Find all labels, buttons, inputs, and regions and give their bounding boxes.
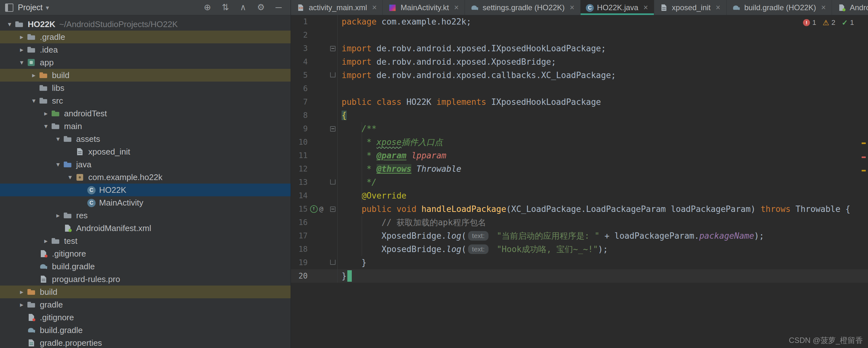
chevron-right-icon[interactable]: ▸ — [41, 237, 51, 245]
code-line-20[interactable]: 20} — [291, 269, 868, 283]
tree-item-gradle-properties[interactable]: gradle.properties — [0, 337, 290, 348]
editor-tab-androidmanifest-xml[interactable]: AndroidManifest.xml× — [832, 0, 868, 15]
tree-item-proguard-rules-pro[interactable]: proguard-rules.pro — [0, 273, 290, 286]
tree-item-build[interactable]: ▸build — [0, 286, 290, 298]
chevron-right-icon[interactable]: ▸ — [41, 109, 51, 117]
fold-marker-icon[interactable] — [329, 176, 337, 189]
close-tab-icon[interactable]: × — [454, 3, 459, 11]
chevron-down-icon[interactable]: ▾ — [65, 173, 75, 181]
settings-gear-icon[interactable]: ⚙ — [257, 3, 265, 12]
tree-item-build-gradle[interactable]: build.gradle — [0, 324, 290, 337]
fold-marker-icon[interactable] — [329, 202, 337, 216]
fold-marker-icon[interactable] — [329, 68, 337, 82]
code-line-7[interactable]: 7public class HO22K implements IXposedHo… — [291, 95, 868, 109]
tree-item-gitignore[interactable]: .gitignore — [0, 311, 290, 324]
overriding-method-icon[interactable]: ↑ — [310, 205, 318, 213]
code-line-10[interactable]: 10 * xpose插件入口点 — [291, 135, 868, 149]
code-line-12[interactable]: 12 * @throws Throwable — [291, 162, 868, 176]
chevron-down-icon[interactable]: ▾ — [29, 97, 39, 104]
panel-title[interactable]: Project — [18, 3, 43, 12]
chevron-right-icon[interactable]: ▸ — [17, 33, 27, 41]
scroll-from-source-icon[interactable]: ⇅ — [222, 3, 229, 12]
inspections-widget[interactable]: ! 1 ⚠ 2 ✓ 1 — [803, 19, 854, 27]
tree-item-ho22k[interactable]: CHO22K — [0, 184, 290, 196]
warning-stripe-mark[interactable] — [862, 170, 866, 171]
chevron-right-icon[interactable]: ▸ — [17, 301, 27, 309]
package-icon — [75, 173, 85, 182]
chevron-down-icon[interactable]: ▾ — [53, 135, 63, 143]
editor-tab-ho22k-java[interactable]: CHO22K.java× — [581, 0, 654, 15]
code-line-18[interactable]: 18 XposedBridge.log(text: "Hook成功咯, 宝们~_… — [291, 243, 868, 256]
chevron-right-icon[interactable]: ▸ — [17, 288, 27, 296]
chevron-right-icon[interactable]: ▸ — [29, 71, 39, 79]
tree-item-build-gradle[interactable]: build.gradle — [0, 260, 290, 273]
close-tab-icon[interactable]: × — [821, 3, 826, 11]
code-line-16[interactable]: 16 // 获取加载的apk程序包名 — [291, 216, 868, 229]
tree-item-build[interactable]: ▸build — [0, 69, 290, 82]
tree-item-gradle[interactable]: ▸gradle — [0, 298, 290, 311]
tree-item-res[interactable]: ▸res — [0, 209, 290, 222]
tree-item-androidtest[interactable]: ▸androidTest — [0, 107, 290, 120]
error-stripe-mark[interactable] — [862, 156, 866, 158]
fold-marker-icon[interactable] — [329, 256, 337, 269]
tree-item-java[interactable]: ▾java — [0, 158, 290, 171]
editor-tab-settings-gradle-ho22k[interactable]: settings.gradle (HO22K)× — [465, 0, 581, 15]
code-editor[interactable]: 1package com.example.ho22k;23import de.r… — [291, 15, 868, 348]
errors-indicator[interactable]: ! 1 — [803, 19, 816, 27]
tree-item-xposed-init[interactable]: xposed_init — [0, 145, 290, 158]
warnings-indicator[interactable]: ⚠ 2 — [823, 19, 836, 27]
tree-item-mainactivity[interactable]: CMainActivity — [0, 196, 290, 209]
code-line-8[interactable]: 8{ — [291, 109, 868, 122]
code-line-13[interactable]: 13 */ — [291, 176, 868, 189]
chevron-down-icon[interactable]: ▾ — [41, 122, 51, 130]
tree-item-main[interactable]: ▾main — [0, 120, 290, 133]
tree-item-app[interactable]: ▾app — [0, 56, 290, 69]
hide-panel-icon[interactable]: ─ — [276, 3, 282, 12]
chevron-right-icon[interactable]: ▸ — [17, 46, 27, 54]
gutter: 18 — [291, 243, 338, 256]
error-stripe[interactable] — [860, 15, 868, 348]
code-line-6[interactable]: 6 — [291, 82, 868, 95]
chevron-down-icon[interactable]: ▾ — [17, 59, 27, 66]
tree-item-ho22k[interactable]: ▾HO22K~/AndroidStudioProjects/HO22K — [0, 18, 290, 31]
tree-item-androidmanifest-xml[interactable]: AndroidManifest.xml — [0, 222, 290, 234]
locate-file-icon[interactable]: ⊕ — [204, 3, 211, 12]
close-tab-icon[interactable]: × — [716, 3, 720, 11]
code-line-9[interactable]: 9 /** — [291, 122, 868, 135]
code-line-5[interactable]: 5import de.robv.android.xposed.callbacks… — [291, 68, 868, 82]
tree-item-libs[interactable]: libs — [0, 82, 290, 94]
code-line-19[interactable]: 19 } — [291, 256, 868, 269]
code-line-11[interactable]: 11 * @param lpparam — [291, 149, 868, 162]
chevron-down-icon[interactable]: ▾ — [46, 4, 49, 11]
editor-tab-activity-main-xml[interactable]: activity_main.xml× — [291, 0, 383, 15]
fold-marker-icon[interactable] — [329, 122, 337, 135]
tree-item-idea[interactable]: ▸.idea — [0, 43, 290, 56]
close-tab-icon[interactable]: × — [570, 3, 575, 11]
code-line-15[interactable]: 15↑@ public void handleLoadPackage(XC_Lo… — [291, 202, 868, 216]
tree-item-src[interactable]: ▾src — [0, 94, 290, 107]
tree-item-assets[interactable]: ▾assets — [0, 133, 290, 145]
tree-item-test[interactable]: ▸test — [0, 234, 290, 247]
code-line-2[interactable]: 2 — [291, 28, 868, 42]
tab-label: build.gradle (HO22K) — [744, 3, 816, 12]
chevron-down-icon[interactable]: ▾ — [4, 21, 15, 28]
editor-tab-mainactivity-kt[interactable]: MainActivity.kt× — [383, 0, 465, 15]
code-line-17[interactable]: 17 XposedBridge.log(text: "当前启动的应用程序是: "… — [291, 229, 868, 243]
code-line-4[interactable]: 4import de.robv.android.xposed.XposedBri… — [291, 55, 868, 68]
tree-item-gradle[interactable]: ▸.gradle — [0, 31, 290, 43]
editor-tab-build-gradle-ho22k[interactable]: build.gradle (HO22K)× — [726, 0, 832, 15]
close-tab-icon[interactable]: × — [643, 3, 648, 11]
chevron-down-icon[interactable]: ▾ — [53, 161, 63, 168]
ok-indicator[interactable]: ✓ 1 — [842, 19, 854, 27]
code-line-1[interactable]: 1package com.example.ho22k; — [291, 15, 868, 28]
tree-item-gitignore[interactable]: .gitignore — [0, 247, 290, 260]
code-line-3[interactable]: 3import de.robv.android.xposed.IXposedHo… — [291, 42, 868, 55]
tree-item-com-example-ho22k[interactable]: ▾com.example.ho22k — [0, 171, 290, 184]
chevron-right-icon[interactable]: ▸ — [53, 212, 63, 219]
fold-marker-icon[interactable] — [329, 42, 337, 55]
editor-tab-xposed-init[interactable]: xposed_init× — [654, 0, 726, 15]
close-tab-icon[interactable]: × — [372, 3, 377, 11]
collapse-all-icon[interactable]: ∧ — [240, 3, 246, 12]
code-line-14[interactable]: 14 @Override — [291, 189, 868, 202]
warning-stripe-mark[interactable] — [862, 143, 866, 144]
